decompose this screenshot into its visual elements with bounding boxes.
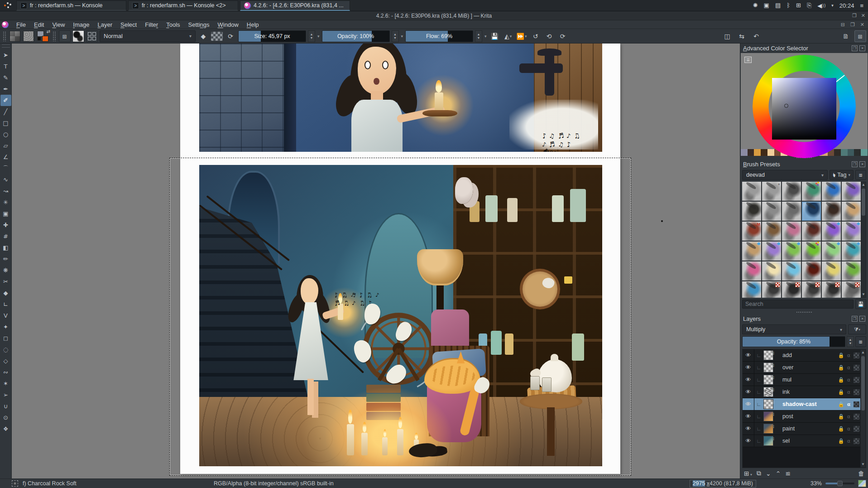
brush-preset-cell[interactable] xyxy=(842,281,861,298)
menu-settings[interactable]: Settings xyxy=(184,21,214,29)
close-icon[interactable]: ✕ xyxy=(861,13,865,19)
bezier-curve-tool[interactable]: ⌒ xyxy=(0,163,11,174)
new-view-button[interactable]: 🗎 xyxy=(840,30,852,42)
mirror-view-button[interactable]: ◫ xyxy=(721,30,733,42)
opacity-slider[interactable]: Opacity: 100% xyxy=(322,30,390,42)
brush-preset-cell[interactable] xyxy=(842,222,861,241)
layer-alpha-icon[interactable]: α xyxy=(845,414,853,420)
history-swatch[interactable] xyxy=(767,149,774,156)
layer-row[interactable]: 👁∟◹mul🔒α xyxy=(743,374,860,386)
layer-name[interactable]: add xyxy=(778,352,837,358)
float-docker-icon[interactable]: ❐ xyxy=(852,316,858,322)
layer-alpha-inherit-icon[interactable] xyxy=(854,438,859,444)
menu-layer[interactable]: Layer xyxy=(94,21,117,29)
layer-alpha-icon[interactable]: α xyxy=(845,389,853,395)
volume-icon[interactable]: ◀)) xyxy=(817,2,825,9)
maximize-icon[interactable]: ❐ xyxy=(850,22,855,28)
brush-preset-cell[interactable] xyxy=(742,202,761,221)
menu-select[interactable]: Select xyxy=(116,21,141,29)
layer-list-scrollbar[interactable]: ▲▼ xyxy=(860,349,866,468)
reset-rotation-button[interactable]: ↺ xyxy=(530,30,542,42)
advanced-color-selector-title[interactable]: Advanced Color Selector ❐✕ xyxy=(740,43,868,53)
tray-expander-icon[interactable]: ▾ xyxy=(831,3,834,8)
layer-row[interactable]: 👁∟◹sel🔒α xyxy=(743,435,860,447)
assistants-tool[interactable]: V xyxy=(0,310,11,321)
polyline-tool[interactable]: ∠ xyxy=(0,151,11,163)
layer-name[interactable]: mul xyxy=(778,377,837,383)
history-swatch[interactable] xyxy=(834,149,841,156)
layer-name[interactable]: over xyxy=(778,364,837,371)
network-icon[interactable]: ⊞ xyxy=(796,2,801,9)
layer-thumbnail[interactable] xyxy=(763,424,773,434)
menu-help[interactable]: Help xyxy=(243,21,263,29)
layer-row[interactable]: 👁∟◹paint🔒α xyxy=(743,423,860,435)
save-incremental-button[interactable]: 💾 xyxy=(489,30,501,42)
move-tool[interactable]: ✚ xyxy=(0,219,11,231)
zoom-slider[interactable] xyxy=(825,483,854,484)
window-titlebar[interactable]: 4.2.6: - [4.2.6: E30P06.kra (831,4 MiB) … xyxy=(0,11,868,20)
layer-row[interactable]: 👁∟◹add🔒α xyxy=(743,349,860,362)
add-layer-button[interactable]: ⊞ ▾ xyxy=(744,470,752,477)
brush-preset-cell[interactable] xyxy=(782,222,801,241)
brush-preset-cell[interactable] xyxy=(822,202,841,221)
layer-inherit-icon[interactable]: ∟ xyxy=(754,401,763,407)
layer-alpha-icon[interactable]: α xyxy=(845,377,853,383)
rect-select-tool[interactable]: ◻ xyxy=(0,333,11,344)
tag-button[interactable]: 🖢 Tag ▾ xyxy=(830,170,854,180)
rotate-right-button[interactable]: ⟳ xyxy=(557,30,569,42)
brush-preset-cell[interactable] xyxy=(762,261,781,280)
move-layer-down-button[interactable]: ⌄ xyxy=(766,470,771,477)
canvas-only-mode-button[interactable] xyxy=(858,480,866,487)
layer-inherit-icon[interactable]: ∟ xyxy=(754,426,763,431)
save-brush-preset-button[interactable]: 💾 xyxy=(855,299,866,309)
brush-preset-cell[interactable] xyxy=(782,202,801,221)
layer-visibility-icon[interactable]: 👁 xyxy=(743,411,754,422)
toolbar-drag-handle[interactable] xyxy=(53,31,56,41)
brush-preset-cell[interactable] xyxy=(762,242,781,261)
brush-preset-cell[interactable] xyxy=(802,222,821,241)
edit-shapes-tool[interactable]: ✎ xyxy=(0,72,11,83)
layers-title[interactable]: Layers ❐✕ xyxy=(740,314,868,324)
hmirror-button[interactable]: ◭▾ xyxy=(503,30,514,42)
pattern-chooser-button[interactable] xyxy=(23,30,34,42)
brush-preset-cell[interactable] xyxy=(842,202,861,221)
menu-view[interactable]: View xyxy=(48,21,69,29)
layer-inherit-icon[interactable]: ∟ xyxy=(754,438,763,444)
flow-slider[interactable]: Flow: 69% xyxy=(405,30,473,42)
layer-properties-button[interactable]: 🗉 xyxy=(855,336,866,347)
layer-blend-dropdown[interactable]: Multiply▾ xyxy=(742,324,846,334)
layer-lock-icon[interactable]: 🔒 xyxy=(837,389,845,395)
brush-grid-scrollbar[interactable]: ▲▼ xyxy=(861,182,866,298)
history-swatch[interactable] xyxy=(761,149,767,156)
bluetooth-icon[interactable]: ᛒ xyxy=(786,2,790,9)
brush-preset-cell[interactable] xyxy=(822,261,841,280)
wrap-around-button[interactable]: ⇆ xyxy=(736,30,748,42)
layer-row[interactable]: 👁∟◹post🔒α xyxy=(743,411,860,423)
opacity-options-arrow-icon[interactable]: ▾ xyxy=(401,34,403,39)
layer-visibility-icon[interactable]: 👁 xyxy=(743,349,754,361)
saturation-value-square[interactable] xyxy=(772,78,836,140)
layer-inherit-icon[interactable]: ∟ xyxy=(754,365,763,370)
calligraphy-tool[interactable]: ✒ xyxy=(0,83,11,95)
history-swatch[interactable] xyxy=(854,149,861,156)
color-selector-area[interactable]: ☰ xyxy=(741,53,868,149)
layer-alpha-inherit-icon[interactable] xyxy=(854,426,859,432)
layer-row[interactable]: 👁∟◹ink🔒α xyxy=(743,386,860,398)
layer-props-button[interactable]: ≌ xyxy=(785,470,791,477)
layer-name[interactable]: ink xyxy=(778,389,837,395)
brush-preset-cell[interactable] xyxy=(842,182,861,201)
layer-name[interactable]: paint xyxy=(778,425,837,432)
brush-preset-cell[interactable] xyxy=(802,182,821,201)
brush-preset-cell[interactable] xyxy=(762,222,781,241)
layer-inherit-icon[interactable]: ∟ xyxy=(754,377,763,382)
brush-preset-cell[interactable] xyxy=(782,242,801,261)
layer-alpha-icon[interactable]: α xyxy=(845,438,853,444)
history-swatch[interactable] xyxy=(848,149,854,156)
color-sampler-tool[interactable]: ✏ xyxy=(0,253,11,265)
brush-preset-cell[interactable] xyxy=(842,242,861,261)
brush-preset-cell[interactable] xyxy=(762,202,781,221)
menu-file[interactable]: File xyxy=(12,21,30,29)
layer-thumbnail[interactable] xyxy=(763,350,773,360)
layer-visibility-icon[interactable]: 👁 xyxy=(743,362,754,373)
close-docker-icon[interactable]: ✕ xyxy=(859,316,865,322)
